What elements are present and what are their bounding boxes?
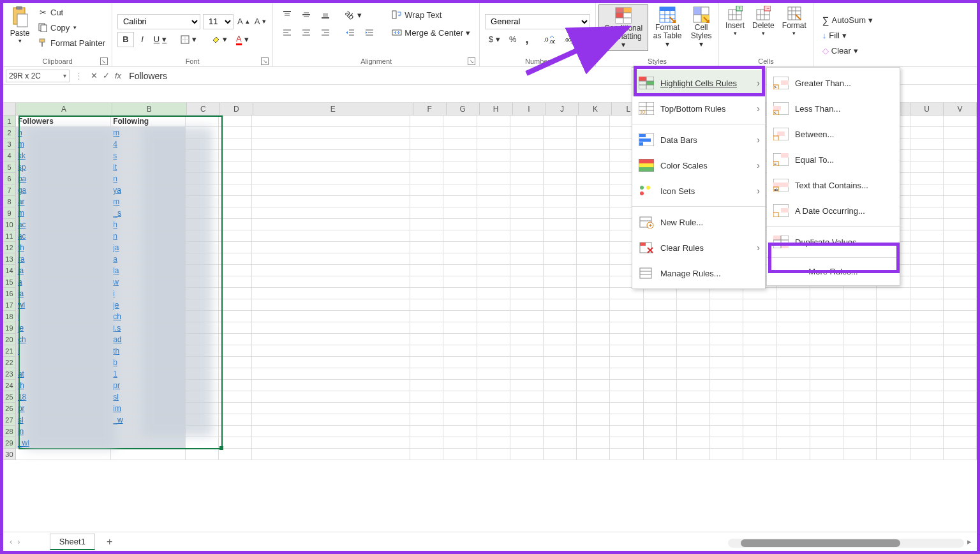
cell[interactable] (944, 426, 977, 437)
cell[interactable] (443, 368, 477, 380)
cell[interactable] (544, 288, 577, 299)
cell[interactable] (577, 207, 610, 219)
cell[interactable] (410, 116, 443, 127)
cell[interactable] (186, 127, 219, 138)
cell[interactable] (544, 299, 577, 311)
cell[interactable] (544, 138, 577, 150)
cell[interactable] (610, 334, 643, 345)
col-header-I[interactable]: I (513, 103, 546, 116)
cell[interactable]: 1 (111, 368, 185, 380)
cell[interactable] (219, 334, 252, 345)
cell[interactable] (477, 391, 510, 403)
cell[interactable] (910, 299, 944, 311)
cell[interactable] (219, 207, 252, 219)
cell[interactable] (477, 276, 510, 288)
cell[interactable]: th (16, 380, 111, 391)
underline-button[interactable]: U ▾ (151, 32, 170, 47)
cell[interactable] (410, 403, 443, 414)
col-header-H[interactable]: H (480, 103, 513, 116)
cell[interactable] (410, 368, 443, 380)
cell[interactable] (510, 437, 544, 449)
cell[interactable]: je (16, 322, 111, 334)
cell[interactable] (443, 322, 477, 334)
cell[interactable] (410, 230, 443, 242)
cell[interactable] (443, 380, 477, 391)
cell[interactable] (944, 242, 977, 253)
cell[interactable] (843, 414, 877, 426)
cell[interactable] (186, 161, 219, 173)
col-header-F[interactable]: F (413, 103, 447, 116)
cell[interactable] (677, 380, 710, 391)
cell[interactable] (186, 173, 219, 184)
cell[interactable] (252, 276, 410, 288)
row-header[interactable]: 8 (3, 196, 16, 207)
cell[interactable] (219, 219, 252, 230)
cell[interactable] (577, 127, 610, 138)
cell[interactable] (810, 288, 843, 299)
col-header-V[interactable]: V (944, 103, 977, 116)
cell[interactable] (510, 276, 544, 288)
sheet-next-button[interactable]: › (17, 537, 20, 546)
cell[interactable] (843, 368, 877, 380)
row-header[interactable]: 14 (3, 265, 16, 276)
cell[interactable] (777, 414, 810, 426)
cell[interactable]: it (111, 161, 185, 173)
cell[interactable] (810, 449, 843, 460)
cell[interactable] (544, 173, 577, 184)
font-launcher[interactable]: ↘ (261, 57, 269, 65)
cell[interactable] (443, 288, 477, 299)
col-header-B[interactable]: B (112, 103, 187, 116)
cell[interactable] (777, 357, 810, 368)
cell[interactable] (252, 219, 410, 230)
cell[interactable] (710, 368, 743, 380)
cell[interactable] (252, 138, 410, 150)
cell[interactable] (610, 414, 643, 426)
cell[interactable]: i (16, 311, 111, 322)
cell[interactable] (877, 403, 910, 414)
row-header[interactable]: 2 (3, 127, 16, 138)
cell[interactable] (510, 334, 544, 345)
col-header-E[interactable]: E (253, 103, 413, 116)
cell[interactable] (577, 150, 610, 161)
cell[interactable] (810, 357, 843, 368)
cell[interactable] (219, 196, 252, 207)
cell[interactable]: at (16, 368, 111, 380)
cell[interactable] (843, 345, 877, 357)
cell[interactable] (910, 391, 944, 403)
cell[interactable] (810, 311, 843, 322)
cell[interactable] (443, 161, 477, 173)
cell[interactable] (944, 161, 977, 173)
row-header[interactable]: 28 (3, 426, 16, 437)
cell[interactable]: ja (16, 265, 111, 276)
cell[interactable] (544, 219, 577, 230)
cell[interactable] (410, 184, 443, 196)
cell[interactable] (644, 449, 677, 460)
cell[interactable]: h (111, 219, 185, 230)
cell[interactable] (944, 276, 977, 288)
cell[interactable] (877, 311, 910, 322)
cell[interactable]: ch (111, 311, 185, 322)
cell[interactable] (544, 265, 577, 276)
outdent-button[interactable] (341, 25, 359, 40)
cell[interactable]: sl (16, 414, 111, 426)
cell[interactable] (477, 265, 510, 276)
cell[interactable] (544, 161, 577, 173)
cell[interactable] (186, 345, 219, 357)
cell[interactable] (877, 288, 910, 299)
cell[interactable]: n (111, 230, 185, 242)
fill-button[interactable]: ↓Fill ▾ (819, 28, 850, 43)
cell[interactable] (877, 299, 910, 311)
select-all-corner[interactable] (3, 103, 16, 116)
clear-button[interactable]: ◇Clear ▾ (819, 43, 862, 59)
cell[interactable] (252, 242, 410, 253)
cell[interactable] (610, 403, 643, 414)
cell[interactable] (910, 150, 944, 161)
font-size-select[interactable]: 11 (203, 14, 234, 29)
cell[interactable]: ch (16, 334, 111, 345)
cell[interactable] (877, 449, 910, 460)
cell[interactable]: _s (111, 207, 185, 219)
cell[interactable] (544, 391, 577, 403)
cell[interactable] (644, 380, 677, 391)
cell[interactable] (944, 288, 977, 299)
cell[interactable] (910, 265, 944, 276)
